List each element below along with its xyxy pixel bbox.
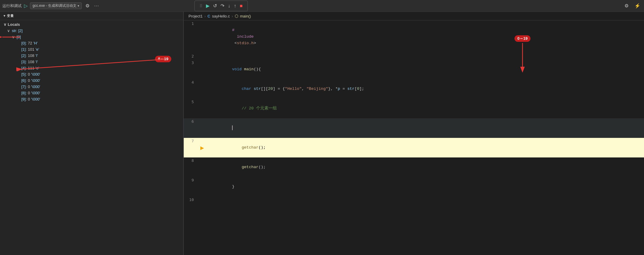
item-char-5: '\000' (31, 72, 40, 76)
item-char-3: 'l' (36, 60, 38, 64)
item-index-6: [6]: (21, 78, 27, 83)
var-str[interactable]: ∨ str: [2] (0, 28, 183, 34)
code-line-9: 9 } (184, 177, 644, 197)
item-index-2: [2]: (21, 53, 27, 58)
code-area[interactable]: 1 # include <stdio.h> 2 3 void ma (184, 20, 644, 255)
config-selector[interactable]: gcc.exe - 生成和调试活动文 ▾ (30, 2, 82, 9)
item-val-4: 111 (28, 66, 34, 70)
item-val-5: 0 (28, 72, 30, 76)
breadcrumb: Project1 › C sayHello.c › ⬡ main() (184, 12, 644, 20)
item-val-2: 108 (28, 53, 34, 58)
code-line-4: 4 char str[][20] = {"Hello", "Beijing"},… (184, 79, 644, 99)
breadcrumb-project: Project1 (188, 14, 203, 18)
item-val-1: 101 (28, 47, 34, 52)
panel-header: ▾ 变量 (0, 12, 183, 20)
debug-step-over-icon[interactable]: ↷ (220, 3, 224, 9)
item-index-8: [8]: (21, 91, 27, 95)
remote-icon[interactable]: ⚡ (633, 2, 642, 9)
item-char-2: 'l' (36, 53, 38, 58)
debug-step-out-icon[interactable]: ↑ (234, 3, 236, 9)
item-char-0: 'H' (33, 41, 38, 45)
code-line-2: 2 (184, 53, 644, 60)
item-val-3: 108 (28, 60, 34, 64)
more-icon[interactable]: ··· (93, 3, 100, 9)
gear-icon[interactable]: ⚙ (84, 2, 91, 9)
var-item-0[interactable]: [0]: 72 'H' (0, 40, 183, 46)
item-index-7: [7]: (21, 85, 27, 89)
str-expand-icon: ∨ (7, 28, 10, 33)
item-val-0: 72 (28, 41, 32, 45)
var-item-9[interactable]: [9]: 0 '\000' (0, 96, 183, 102)
var-item-1[interactable]: [1]: 101 'e' (0, 46, 183, 52)
item-char-4: 'o' (36, 66, 39, 70)
locals-label: Locals (8, 22, 20, 27)
var-item-7[interactable]: [7]: 0 '\000' (0, 84, 183, 90)
item-char-6: '\000' (31, 78, 40, 83)
breadcrumb-sep2: › (231, 14, 233, 18)
index0-name: [0] (17, 35, 21, 39)
breadcrumb-func-icon: ⬡ (235, 14, 238, 18)
settings-icon[interactable]: ⚙ (623, 2, 630, 9)
code-line-6: 6 (184, 118, 644, 138)
item-index-5: [5]: (21, 72, 27, 76)
item-val-8: 0 (28, 91, 30, 95)
item-index-1: [1]: (21, 47, 27, 52)
item-char-7: '\000' (31, 85, 40, 89)
var-item-6[interactable]: [6]: 0 '\000' (0, 77, 183, 84)
item-val-7: 0 (28, 85, 30, 89)
config-label: gcc.exe - 生成和调试活动文 (33, 3, 76, 8)
chevron-down-icon: ▾ (78, 4, 79, 7)
left-panel: ▾ 变量 ∨ Locals ∨ str: [2] ∨ [0] (0, 12, 184, 255)
debug-point-icon: ▶ (200, 145, 204, 151)
code-line-10: 10 (184, 197, 644, 203)
item-char-8: '\000' (31, 91, 40, 95)
code-line-7: 7 ▶ getchar(); (184, 138, 644, 157)
var-item-8[interactable]: [8]: 0 '\000' (0, 90, 183, 96)
variables-header: ▾ 变量 (4, 14, 14, 17)
range-badge-left: 0～19 (155, 56, 171, 62)
debug-stop-icon[interactable]: ■ (240, 3, 243, 9)
debug-restart-icon[interactable]: ↺ (213, 3, 217, 9)
code-line-1: 1 # include <stdio.h> (184, 20, 644, 53)
item-val-9: 0 (28, 97, 30, 101)
index0-expand-icon: ∨ (12, 35, 15, 39)
code-line-8: 8 getchar(); (184, 157, 644, 177)
locals-chevron-icon: ∨ (4, 22, 7, 27)
item-index-0: [0]: (21, 41, 27, 45)
toolbar-left: 运行和调试 ▷ gcc.exe - 生成和调试活动文 ▾ ⚙ ··· (2, 2, 186, 9)
breadcrumb-func: main() (240, 14, 251, 18)
code-line-5: 5 // 20 个元素一组 (184, 99, 644, 118)
breadcrumb-file: sayHello.c (212, 14, 230, 18)
code-line-3: 3 void main(){ (184, 60, 644, 79)
locals-toggle[interactable]: ∨ Locals (0, 21, 183, 28)
breadcrumb-c-icon: C (207, 14, 210, 18)
item-char-9: '\000' (31, 97, 40, 101)
var-item-4[interactable]: [4]: 111 'o' (0, 65, 183, 71)
str-name: str: [2] (12, 28, 23, 33)
item-val-6: 0 (28, 78, 30, 83)
var-index0[interactable]: ∨ [0] (0, 34, 183, 40)
debug-step-into-icon[interactable]: ↓ (228, 3, 230, 9)
debug-toolbar: ⠿ ▶ ↺ ↷ ↓ ↑ ■ (194, 1, 248, 11)
debug-continue-icon[interactable]: ▶ (206, 3, 210, 9)
toolbar-title: 运行和调试 (2, 3, 22, 9)
annotation-badge-left: 0～19 (155, 56, 171, 62)
item-char-1: 'e' (36, 47, 39, 52)
play-icon[interactable]: ▷ (24, 3, 28, 9)
drag-handle-icon: ⠿ (199, 4, 202, 8)
item-index-3: [3]: (21, 60, 27, 64)
main-layout: ▾ 变量 ∨ Locals ∨ str: [2] ∨ [0] (0, 12, 644, 255)
right-panel: Project1 › C sayHello.c › ⬡ main() 1 # i… (184, 12, 644, 255)
item-index-9: [9]: (21, 97, 27, 101)
var-item-5[interactable]: [5]: 0 '\000' (0, 71, 183, 77)
breadcrumb-sep1: › (204, 14, 206, 18)
toolbar: 运行和调试 ▷ gcc.exe - 生成和调试活动文 ▾ ⚙ ··· ⠿ ▶ ↺… (0, 0, 644, 12)
item-index-4: [4]: (21, 66, 27, 70)
